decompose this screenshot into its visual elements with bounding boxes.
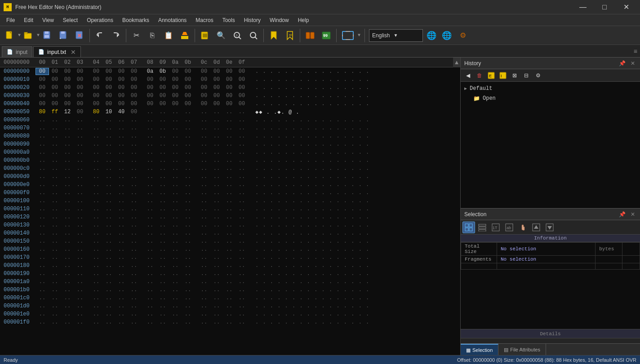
table-row: 00000050 80 ff 12 00 80 10 40 00 .. .. .…: [0, 108, 460, 116]
history-delete-button[interactable]: 🗑: [474, 71, 485, 80]
app-icon: H: [4, 3, 12, 11]
history-panel-toolbar: ◀ 🗑 E I ⊠ ⊟ ⚙: [461, 69, 640, 82]
new-button[interactable]: [2, 28, 17, 43]
menu-help[interactable]: Help: [293, 15, 314, 25]
undo-button[interactable]: [92, 28, 107, 43]
fullscreen-button[interactable]: [339, 28, 357, 43]
selection-close-button[interactable]: ✕: [629, 211, 636, 218]
language-dropdown[interactable]: English ▼: [369, 29, 423, 42]
svg-rect-5: [45, 31, 49, 34]
compare-button[interactable]: [302, 28, 318, 43]
menu-select[interactable]: Select: [58, 15, 82, 25]
find-button[interactable]: 🔍: [213, 28, 229, 43]
table-row: 000001a0.. .. .. .. .. .. .. .. .. .. ..…: [0, 278, 460, 286]
selection-pin-button[interactable]: 📌: [618, 211, 626, 218]
menu-file[interactable]: File: [2, 15, 19, 25]
tab-input[interactable]: 📄 input: [2, 46, 32, 57]
history-close-button[interactable]: ✕: [629, 60, 636, 67]
right-tab-selection-icon: ▦: [466, 347, 471, 353]
menu-view[interactable]: View: [38, 15, 58, 25]
history-pin-button[interactable]: 📌: [618, 60, 626, 67]
history-item-open[interactable]: 📁 Open: [462, 93, 638, 103]
globe-right-button[interactable]: 🌐: [440, 29, 453, 42]
history-back-button[interactable]: ◀: [462, 71, 473, 80]
svg-text:1T: 1T: [493, 226, 498, 230]
sel-grid-button[interactable]: [462, 222, 475, 233]
tab-input-txt[interactable]: 📄 input.txt ✕: [33, 46, 81, 57]
info-section-header: Information: [461, 235, 640, 242]
header-scroll-button[interactable]: ▲: [453, 58, 460, 67]
globe-left-button[interactable]: 🌐: [425, 29, 438, 42]
svg-rect-32: [342, 31, 353, 40]
close-button[interactable]: ✕: [616, 0, 636, 14]
right-bottom-tabs: ▦ Selection ▤ File Attributes: [461, 343, 640, 355]
history-panel: History 📌 ✕ ◀ 🗑 E I ⊠ ⊟ ⚙ ▶ D: [461, 58, 640, 209]
sel-list-button[interactable]: [476, 222, 489, 233]
history-settings-button[interactable]: ⚙: [533, 71, 543, 80]
svg-rect-42: [479, 227, 486, 229]
table-row: 00000180.. .. .. .. .. .. .. .. .. .. ..…: [0, 262, 460, 270]
save-as-button[interactable]: +: [56, 28, 71, 43]
right-tab-file-label: File Attributes: [510, 347, 540, 352]
history-filter-button[interactable]: ⊠: [509, 71, 520, 80]
menu-operations[interactable]: Operations: [82, 15, 118, 25]
details-bar[interactable]: Details: [461, 329, 640, 338]
history-filter2-button[interactable]: ⊟: [521, 71, 532, 80]
menu-bookmarks[interactable]: Bookmarks: [118, 15, 154, 25]
tab-input-txt-icon: 📄: [38, 49, 44, 55]
sel-hand-button[interactable]: [516, 222, 529, 233]
redo-button[interactable]: [108, 28, 124, 43]
menu-edit[interactable]: Edit: [19, 15, 38, 25]
sel-up-button[interactable]: [530, 222, 542, 233]
open-button[interactable]: [21, 28, 36, 43]
annotation-button[interactable]: ✏: [282, 28, 298, 43]
maximize-button[interactable]: □: [594, 0, 615, 14]
svg-text:+: +: [59, 36, 62, 40]
svg-text:?: ?: [236, 34, 238, 38]
paste-button[interactable]: 📋: [161, 28, 176, 43]
right-panel: History 📌 ✕ ◀ 🗑 E I ⊠ ⊟ ⚙ ▶ D: [460, 58, 640, 355]
menu-macros[interactable]: Macros: [191, 15, 218, 25]
cut-button[interactable]: ✂: [129, 28, 144, 43]
table-row: 00000040 00000000 00000000 00000000 0000…: [0, 100, 460, 108]
details-scrollbar[interactable]: [461, 338, 640, 343]
right-tab-selection[interactable]: ▦ Selection: [461, 344, 498, 355]
table-row: 000000d0.. .. .. .. .. .. .. .. .. .. ..…: [0, 173, 460, 181]
menu-window[interactable]: Window: [265, 15, 293, 25]
table-row: 00000170.. .. .. .. .. .. .. .. .. .. ..…: [0, 253, 460, 262]
total-size-value: No selection: [497, 243, 596, 256]
fragments-value: No selection: [497, 256, 596, 263]
table-row: 000001b0.. .. .. .. .. .. .. .. .. .. ..…: [0, 286, 460, 294]
toolbar-separator-7: [364, 29, 365, 42]
right-tab-file-attributes[interactable]: ▤ File Attributes: [498, 344, 546, 355]
hex-rows-container[interactable]: 00000000 00 00 00 00 00 00 00 00 0a 0b 0…: [0, 67, 460, 355]
sel-byte-button[interactable]: 1T: [489, 222, 502, 233]
minimize-button[interactable]: —: [573, 0, 593, 14]
menu-tools[interactable]: Tools: [218, 15, 240, 25]
fill-button[interactable]: [177, 28, 192, 43]
tab-input-txt-close[interactable]: ✕: [71, 49, 76, 56]
replace-button[interactable]: [246, 28, 261, 43]
selection-toolbar: 1T ab: [461, 220, 640, 235]
menu-history[interactable]: History: [240, 15, 265, 25]
hex-view-button[interactable]: 99: [319, 28, 334, 43]
table-row: 00000100.. .. .. .. .. .. .. .. .. .. ..…: [0, 197, 460, 205]
history-export-button[interactable]: E: [486, 71, 497, 80]
close-file-button[interactable]: [72, 28, 87, 43]
history-item-icon: 📁: [473, 95, 480, 102]
find-all-button[interactable]: ?: [230, 28, 245, 43]
sel-down-button[interactable]: [543, 222, 556, 233]
menu-annotations[interactable]: Annotations: [154, 15, 191, 25]
save-button[interactable]: [40, 28, 55, 43]
settings-button[interactable]: ⚙: [455, 28, 471, 43]
status-info: Offset: 00000000 (0) Size: 0x00000058 (8…: [457, 357, 636, 363]
bookmark-button[interactable]: [266, 28, 281, 43]
export-button[interactable]: [197, 28, 213, 43]
sel-text-button[interactable]: ab: [503, 222, 516, 233]
history-import-button[interactable]: I: [498, 71, 508, 80]
history-group-default: ▶ Default: [462, 84, 638, 93]
svg-rect-6: [44, 35, 49, 38]
copy-button[interactable]: ⎘: [145, 28, 160, 43]
tab-menu-button[interactable]: ≡: [631, 46, 640, 57]
history-panel-content: ▶ Default 📁 Open: [461, 82, 640, 208]
